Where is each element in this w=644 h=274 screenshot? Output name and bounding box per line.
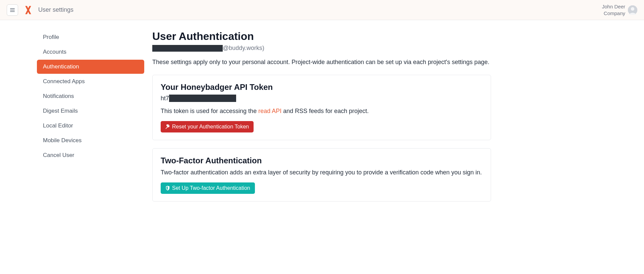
api-token-title: Your Honeybadger API Token (161, 83, 483, 92)
sidebar-item-profile[interactable]: Profile (37, 30, 144, 44)
reset-token-label: Reset your Authentication Token (172, 124, 249, 130)
sidebar-item-mobile-devices[interactable]: Mobile Devices (37, 133, 144, 148)
app-header: User settings John Deer Company (0, 0, 644, 20)
key-icon (165, 124, 170, 129)
user-email: @buddy.works) (152, 45, 491, 52)
user-info[interactable]: John Deer Company (602, 3, 625, 16)
sidebar-item-local-editor[interactable]: Local Editor (37, 119, 144, 133)
redacted-email-prefix (152, 45, 223, 52)
content-area: User Authentication @buddy.works) These … (152, 30, 491, 210)
setup-2fa-button[interactable]: Set Up Two-factor Authentication (161, 182, 255, 194)
sidebar-item-accounts[interactable]: Accounts (37, 45, 144, 59)
redacted-token (169, 95, 236, 102)
content-description: These settings apply only to your person… (152, 58, 491, 67)
sidebar-item-connected-apps[interactable]: Connected Apps (37, 74, 144, 89)
two-factor-title: Two-Factor Authentication (161, 156, 483, 165)
sidebar-item-authentication[interactable]: Authentication (37, 60, 144, 74)
content-title: User Authentication (152, 30, 491, 43)
email-domain: @buddy.works) (223, 45, 264, 51)
sidebar-item-notifications[interactable]: Notifications (37, 89, 144, 103)
company-name: Company (602, 10, 625, 17)
api-token-value: ht7 (161, 95, 483, 102)
two-factor-description: Two-factor authentication adds an extra … (161, 168, 483, 177)
main-container: ProfileAccountsAuthenticationConnected A… (0, 20, 644, 220)
api-token-description: This token is used for accessing the rea… (161, 107, 483, 116)
honeybadger-logo-icon (23, 5, 33, 15)
reset-token-button[interactable]: Reset your Authentication Token (161, 121, 254, 132)
sidebar-item-digest-emails[interactable]: Digest Emails (37, 104, 144, 118)
two-factor-card: Two-Factor Authentication Two-factor aut… (152, 148, 491, 202)
setup-2fa-label: Set Up Two-factor Authentication (172, 185, 250, 191)
read-api-link[interactable]: read API (258, 108, 281, 114)
header-right: John Deer Company (602, 3, 637, 16)
api-token-card: Your Honeybadger API Token ht7 This toke… (152, 75, 491, 140)
settings-sidebar: ProfileAccountsAuthenticationConnected A… (37, 30, 144, 210)
app-logo[interactable] (23, 5, 33, 15)
user-name: John Deer (602, 3, 625, 10)
token-prefix: ht7 (161, 95, 169, 102)
avatar[interactable] (628, 5, 637, 15)
hamburger-icon (9, 7, 15, 13)
svg-point-4 (631, 7, 635, 11)
page-title: User settings (38, 6, 73, 13)
sidebar-item-cancel-user[interactable]: Cancel User (37, 148, 144, 162)
shield-icon (165, 186, 170, 190)
header-left: User settings (7, 4, 73, 16)
hamburger-menu-button[interactable] (7, 4, 18, 16)
avatar-placeholder-icon (628, 5, 637, 15)
